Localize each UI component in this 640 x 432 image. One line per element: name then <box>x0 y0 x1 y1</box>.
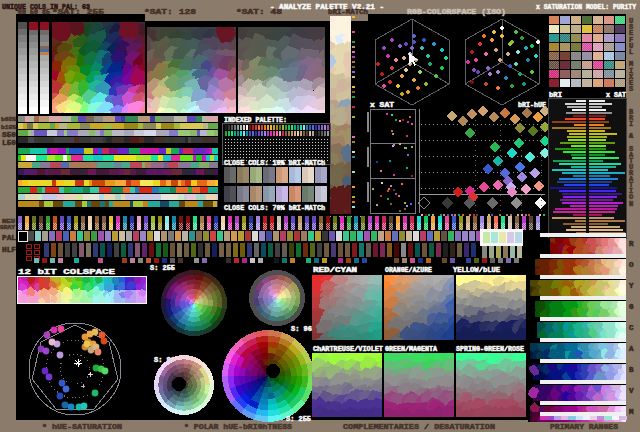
svg-text:CLOSE COLS: 70% bRI-MATCh: CLOSE COLS: 70% bRI-MATCh <box>224 204 325 212</box>
svg-text:INDEXED PALETTE:: INDEXED PALETTE: <box>224 116 287 124</box>
svg-text:b65%: b65% <box>1 116 16 123</box>
svg-text:bRI-hUE: bRI-hUE <box>518 101 546 109</box>
svg-text:Y: Y <box>629 282 634 290</box>
svg-text:bRI: bRI <box>549 91 562 99</box>
svg-text:*SAT: 128: *SAT: 128 <box>144 8 196 16</box>
svg-text:S: S <box>629 85 633 93</box>
svg-text:GRAY: GRAY <box>0 224 15 231</box>
svg-text:G: G <box>629 303 634 311</box>
svg-text:C: C <box>629 324 634 332</box>
svg-text:R: R <box>629 240 634 248</box>
svg-text:M: M <box>629 408 634 416</box>
svg-text:YELLOW/bLUE: YELLOW/bLUE <box>453 266 500 274</box>
svg-text:L: L <box>629 48 633 56</box>
svg-text:HLF: HLF <box>2 246 17 254</box>
svg-text:L50: L50 <box>2 139 17 147</box>
svg-text:GREEN/MAGENTA: GREEN/MAGENTA <box>385 345 438 353</box>
svg-text:*SAT: 48: *SAT: 48 <box>236 8 282 16</box>
svg-text:bRI-MATCh: bRI-MATCh <box>328 8 368 16</box>
svg-text:COMPLEMENTARIES / DESATURATION: COMPLEMENTARIES / DESATURATION <box>343 422 495 431</box>
svg-text:ChARTREUSE/VIOLET: ChARTREUSE/VIOLET <box>313 345 383 353</box>
svg-text:S: 96: S: 96 <box>291 325 312 333</box>
svg-text:x SAT: x SAT <box>370 101 394 109</box>
svg-text:S: 255: S: 255 <box>150 264 175 272</box>
svg-text:SPRING-GREEN/ROSE: SPRING-GREEN/ROSE <box>456 345 524 353</box>
svg-text:x SATURATION MODEL: PURiTY: x SATURATION MODEL: PURiTY <box>536 2 636 11</box>
svg-text:b10%: b10% <box>1 124 16 131</box>
svg-text:PAL: PAL <box>2 234 17 242</box>
svg-text:B: B <box>629 366 634 374</box>
svg-text:ORANGE/AZURE: ORANGE/AZURE <box>385 266 432 274</box>
svg-text:N: N <box>629 200 633 208</box>
svg-text:R0 50 85: R0 50 85 <box>18 9 50 16</box>
svg-text:A: A <box>629 345 634 353</box>
svg-text:I: I <box>629 120 633 128</box>
svg-text:V: V <box>629 387 634 395</box>
svg-text:RED/CYAN: RED/CYAN <box>313 266 357 274</box>
svg-text:PRIMARY RANGES: PRIMARY RANGES <box>550 422 618 431</box>
svg-text:* POLAR hUE-bRIGhTNESS: * POLAR hUE-bRIGhTNESS <box>184 422 292 431</box>
svg-text:x SAT: x SAT <box>606 91 626 99</box>
svg-text:RGB-COLORSPACE (ISO): RGB-COLORSPACE (ISO) <box>407 7 506 16</box>
svg-text:O: O <box>629 261 634 269</box>
svg-text:*SAT: 255: *SAT: 255 <box>52 8 104 16</box>
svg-text:S50: S50 <box>2 131 17 139</box>
svg-text:CLOSE COLS: 10% bRI-MATCh: CLOSE COLS: 10% bRI-MATCh <box>224 159 325 167</box>
svg-text:* hUE-SATURATION: * hUE-SATURATION <box>42 422 122 431</box>
svg-text:12 bIT COLSPACE: 12 bIT COLSPACE <box>18 267 115 276</box>
